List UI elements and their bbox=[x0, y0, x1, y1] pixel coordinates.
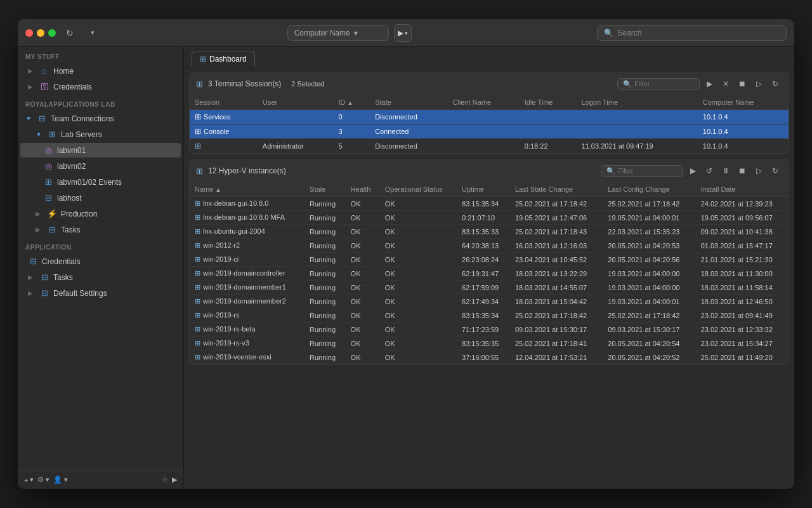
settings-button[interactable]: ⚙ ▾ bbox=[37, 476, 49, 484]
refresh-icon[interactable]: ↻ bbox=[61, 24, 79, 42]
table-row[interactable]: ⊞ Administrator 5 Disconnected 0:18:22 1… bbox=[190, 139, 789, 154]
vm-last-state-cell: 25.02.2021 at 17:18:42 bbox=[510, 309, 603, 323]
sidebar-item-labvm01[interactable]: ◎ labvm01 bbox=[20, 143, 181, 157]
sidebar-item-home[interactable]: ▶ ⌂ Home bbox=[20, 64, 181, 78]
sidebar-item-production[interactable]: ▶ ⚡ Production bbox=[20, 206, 181, 221]
col-state: State bbox=[370, 95, 447, 110]
table-row[interactable]: ⊞win-2019-rs-beta Running OK OK 71:17:23… bbox=[190, 323, 789, 337]
table-row[interactable]: ⊞win-2019-rs-v3 Running OK OK 83:15:35:3… bbox=[190, 337, 789, 351]
sidebar-item-labhost[interactable]: ⊟ labhost bbox=[20, 190, 181, 205]
terminal-refresh-btn[interactable]: ↻ bbox=[768, 77, 782, 91]
terminal-pause-btn[interactable]: ⏹ bbox=[735, 77, 749, 91]
sidebar-item-app-tasks[interactable]: ▶ ⊟ Tasks bbox=[20, 270, 181, 284]
table-row[interactable]: ⊞win-2012-r2 Running OK OK 64:20:38:13 1… bbox=[190, 239, 789, 253]
play-button[interactable]: ▶ ▾ bbox=[394, 24, 412, 42]
maximize-button[interactable] bbox=[48, 29, 56, 37]
vm-op-status-cell: OK bbox=[380, 281, 457, 295]
vm-install-date-cell: 21.01.2021 at 15:21:30 bbox=[696, 253, 789, 267]
search-bar[interactable]: 🔍 bbox=[597, 25, 787, 41]
credentials-icon: ⚿ bbox=[39, 82, 49, 91]
id-cell: 0 bbox=[333, 110, 370, 124]
table-row[interactable]: ⊞win-2019-vcenter-esxi Running OK OK 37:… bbox=[190, 351, 789, 364]
hyperv-pause-btn[interactable]: ⏸ bbox=[719, 164, 733, 178]
session-icon: ⊞ bbox=[195, 142, 201, 150]
sidebar-item-app-credentials[interactable]: ⊟ Credentials bbox=[20, 254, 181, 269]
sidebar-item-tasks[interactable]: ▶ ⊟ Tasks bbox=[20, 222, 181, 237]
hyperv-panel: ⊞ 12 Hyper-V instance(s) 🔍 ▶ ↺ ⏸ ⏹ ▷ bbox=[189, 159, 789, 365]
table-row[interactable]: ⊞Console 3 Connected 10.1.0.4 bbox=[190, 124, 789, 139]
sidebar-item-credentials[interactable]: ▶ ⚿ Credentials bbox=[20, 79, 181, 94]
terminal-play-btn[interactable]: ▶ bbox=[702, 77, 716, 91]
vm-health-cell: OK bbox=[346, 211, 380, 225]
vm-uptime-cell: 26:23:08:24 bbox=[457, 253, 510, 267]
table-row[interactable]: ⊞win-2019-ci Running OK OK 26:23:08:24 2… bbox=[190, 253, 789, 267]
vm-health-cell: OK bbox=[346, 295, 380, 309]
vm-icon: ⊞ bbox=[195, 283, 200, 291]
hyperv-panel-title: 12 Hyper-V instance(s) bbox=[208, 166, 286, 175]
terminal-stop-btn[interactable]: ✕ bbox=[719, 77, 733, 91]
vm-health-cell: OK bbox=[346, 351, 380, 364]
terminal-filter[interactable]: 🔍 bbox=[617, 78, 700, 90]
royalapps-label: RoyalApplications Lab bbox=[18, 95, 183, 110]
sidebar-item-labvm01-events[interactable]: ⊞ labvm01/02 Events bbox=[20, 175, 181, 189]
table-row[interactable]: ⊞win-2019-rs Running OK OK 83:15:35:34 2… bbox=[190, 309, 789, 323]
sidebar-item-lab-servers[interactable]: ▼ ⊞ Lab Servers bbox=[20, 127, 181, 142]
add-button[interactable]: + ▾ bbox=[24, 476, 34, 484]
table-row[interactable]: ⊞win-2019-domainmember1 Running OK OK 62… bbox=[190, 281, 789, 295]
app-tasks-chevron-icon: ▶ bbox=[28, 274, 36, 281]
vm-uptime-cell: 71:17:23:59 bbox=[457, 323, 510, 337]
vm-state-cell: Running bbox=[304, 351, 346, 364]
vm-last-state-cell: 18.03.2021 at 13:22:29 bbox=[510, 267, 603, 281]
hyperv-filter[interactable]: 🔍 bbox=[601, 165, 683, 177]
hcol-health: Health bbox=[346, 182, 380, 197]
user-button[interactable]: 👤 ▾ bbox=[53, 476, 68, 484]
sidebar-item-default-settings[interactable]: ▶ ⊟ Default Settings bbox=[20, 286, 181, 300]
user-cell bbox=[258, 124, 334, 139]
tab-dashboard[interactable]: ⊞ Dashboard bbox=[192, 51, 255, 67]
minimize-button[interactable] bbox=[37, 29, 44, 37]
table-row[interactable]: ⊞lnx-debian-gui-10.8.0 Running OK OK 83:… bbox=[190, 197, 789, 211]
add-dropdown-icon: ▾ bbox=[30, 476, 34, 484]
main-content: My Stuff ▶ ⌂ Home ▶ ⚿ Credentials RoyalA… bbox=[18, 47, 794, 489]
terminal-filter-input[interactable] bbox=[634, 80, 694, 88]
hyperv-restart-btn[interactable]: ↺ bbox=[702, 164, 716, 178]
user-dropdown-icon: ▾ bbox=[64, 476, 68, 484]
table-row[interactable]: ⊞win-2019-domainmember2 Running OK OK 62… bbox=[190, 295, 789, 309]
col-client-name: Client Name bbox=[448, 95, 520, 110]
star-button[interactable]: ☆ bbox=[162, 476, 168, 484]
sidebar-credentials-label: Credentials bbox=[53, 83, 92, 91]
play-small-button[interactable]: ▶ bbox=[172, 476, 177, 484]
team-connections-label: Team Connections bbox=[51, 114, 114, 123]
vm-name-cell: ⊞win-2012-r2 bbox=[190, 239, 304, 253]
hyperv-stop-btn[interactable]: ⏹ bbox=[735, 164, 749, 178]
table-row[interactable]: ⊞lnx-debian-gui-10.8.0 MFA Running OK OK… bbox=[190, 211, 789, 225]
vm-install-date-cell: 25.02.2021 at 11:49:20 bbox=[696, 351, 789, 364]
application-label: Application bbox=[18, 237, 183, 253]
table-row[interactable]: ⊞win-2019-domaincontroller Running OK OK… bbox=[190, 267, 789, 281]
table-row[interactable]: ⊞Services 0 Disconnected 10.1.0.4 bbox=[190, 110, 789, 124]
vm-op-status-cell: OK bbox=[380, 351, 457, 364]
hyperv-refresh-btn[interactable]: ↻ bbox=[768, 164, 782, 178]
labhost-label: labhost bbox=[57, 194, 82, 203]
play-icon: ▶ bbox=[398, 29, 403, 37]
close-button[interactable] bbox=[25, 29, 33, 37]
lab-servers-chevron-icon: ▼ bbox=[36, 131, 43, 138]
hyperv-forward-btn[interactable]: ▷ bbox=[752, 164, 766, 178]
vm-last-state-cell: 12.04.2021 at 17:53:21 bbox=[510, 351, 603, 364]
hyperv-filter-input[interactable] bbox=[618, 167, 678, 175]
state-cell: Connected bbox=[370, 124, 447, 139]
sidebar-item-labvm02[interactable]: ◎ labvm02 bbox=[20, 159, 181, 173]
vm-icon: ⊞ bbox=[195, 311, 200, 319]
hcol-op-status: Operational Status bbox=[380, 182, 457, 197]
search-input[interactable] bbox=[617, 29, 780, 37]
hyperv-play-btn[interactable]: ▶ bbox=[686, 164, 700, 178]
computer-name-dropdown[interactable]: Computer Name ▾ bbox=[287, 25, 389, 41]
table-row[interactable]: ⊞lnx-ubuntu-gui-2004 Running OK OK 83:15… bbox=[190, 225, 789, 239]
sidebar-item-team-connections[interactable]: ▼ ⊟ Team Connections bbox=[20, 111, 181, 126]
vm-op-status-cell: OK bbox=[380, 239, 457, 253]
chevron-right-icon2: ▶ bbox=[28, 83, 36, 90]
vm-state-cell: Running bbox=[304, 267, 346, 281]
chevron-down-icon[interactable]: ▾ bbox=[84, 24, 102, 42]
vm-last-config-cell: 25.02.2021 at 17:18:42 bbox=[603, 197, 695, 211]
terminal-forward-btn[interactable]: ▷ bbox=[752, 77, 766, 91]
